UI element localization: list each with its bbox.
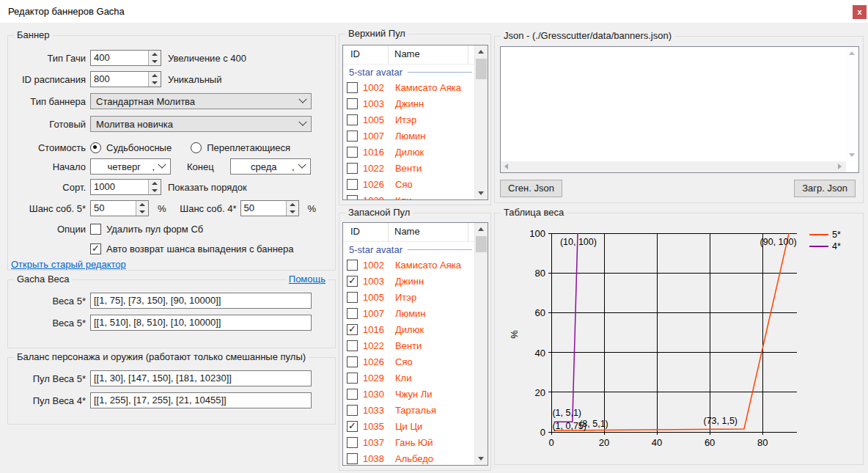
spin-down-icon[interactable] <box>149 79 161 87</box>
item-checkbox[interactable] <box>347 292 358 303</box>
reserve-pool-list[interactable]: ID Name 5-star avatar 1002Камисато Аяка1… <box>342 222 488 466</box>
cost-radio-fate[interactable] <box>90 142 101 153</box>
auto-return-checkbox[interactable] <box>90 243 101 254</box>
sort-spinner[interactable] <box>148 180 161 194</box>
item-checkbox[interactable] <box>347 437 358 448</box>
help-link[interactable]: Помощь <box>287 274 328 285</box>
schedule-id-input[interactable]: 800 <box>90 71 161 87</box>
prefab-select[interactable]: Молитва новичка <box>90 116 312 132</box>
item-checkbox[interactable] <box>347 389 358 400</box>
spin-up-icon[interactable] <box>136 201 148 208</box>
cost-radio-intertwined[interactable] <box>191 142 202 153</box>
scroll-thumb[interactable] <box>476 59 487 79</box>
item-checkbox[interactable] <box>347 340 358 351</box>
list-item[interactable]: 1026Сяо <box>343 354 475 370</box>
pool-weights4-input[interactable]: [[1, 255], [17, 255], [21, 10455]] <box>90 392 312 408</box>
list-item[interactable]: 1037Гань Юй <box>343 435 475 451</box>
json-vscrollbar[interactable] <box>846 47 858 161</box>
item-id: 1029 <box>363 373 384 384</box>
start-day-select[interactable]: четверг , <box>90 158 171 175</box>
spin-up-icon[interactable] <box>149 51 161 58</box>
item-checkbox[interactable] <box>347 147 358 158</box>
item-checkbox[interactable] <box>347 308 358 319</box>
list-item[interactable]: 1003Джинн <box>343 274 475 290</box>
spin-down-icon[interactable] <box>149 58 161 65</box>
list-item[interactable]: 1035Ци Ци <box>343 419 475 435</box>
scroll-down-icon[interactable] <box>846 149 858 161</box>
list-item[interactable]: 1026Сяо <box>343 177 475 193</box>
json-content[interactable] <box>502 48 845 160</box>
item-checkbox[interactable] <box>347 276 358 287</box>
list-item[interactable]: 1007Люмин <box>343 306 475 322</box>
weights5b-input[interactable]: [[1, 510], [8, 510], [10, 10000]] <box>90 315 312 331</box>
item-checkbox[interactable] <box>347 195 358 199</box>
scrollbar[interactable] <box>474 45 488 199</box>
scroll-left-icon[interactable] <box>501 161 512 172</box>
json-hscrollbar[interactable] <box>501 161 846 172</box>
pool-weights5-input[interactable]: [[1, 30], [147, 150], [181, 10230]] <box>90 370 312 386</box>
list-item[interactable]: 1005Итэр <box>343 112 475 128</box>
item-name: Кли <box>395 373 411 384</box>
scroll-thumb[interactable] <box>476 236 487 252</box>
list-item[interactable]: 1002Камисато Аяка <box>343 80 475 96</box>
list-item[interactable]: 1022Венти <box>343 338 475 354</box>
item-checkbox[interactable] <box>347 453 358 464</box>
list-item[interactable]: 1002Камисато Аяка <box>343 257 475 274</box>
gacha-type-spinner[interactable] <box>148 51 161 65</box>
item-checkbox[interactable] <box>347 163 358 174</box>
generate-json-button[interactable]: Сген. Json <box>500 180 562 197</box>
item-checkbox[interactable] <box>347 373 358 384</box>
list-item[interactable]: 1003Джинн <box>343 96 475 112</box>
item-checkbox[interactable] <box>347 260 358 271</box>
item-checkbox[interactable] <box>347 179 358 190</box>
item-checkbox[interactable] <box>347 114 358 125</box>
scroll-right-icon[interactable] <box>834 161 846 172</box>
old-editor-link[interactable]: Открыть старый редактор <box>11 259 126 270</box>
list-item[interactable]: 1030Чжун Ли <box>343 386 475 403</box>
item-checkbox[interactable] <box>347 324 358 335</box>
close-button[interactable]: x <box>853 5 867 19</box>
scroll-up-icon[interactable] <box>475 45 488 58</box>
spin-up-icon[interactable] <box>149 180 161 187</box>
gacha-type-input[interactable]: 400 <box>90 50 161 66</box>
chance4-input[interactable]: 50 <box>240 200 299 216</box>
scroll-up-icon[interactable] <box>475 223 488 235</box>
schedule-id-spinner[interactable] <box>148 72 161 87</box>
list-item[interactable]: 1016Дилюк <box>343 144 475 161</box>
spin-up-icon[interactable] <box>287 201 298 208</box>
sort-input[interactable]: 1000 <box>90 179 161 195</box>
chance4-spinner[interactable] <box>286 201 298 216</box>
remove-pool-checkbox[interactable] <box>90 224 101 235</box>
item-checkbox[interactable] <box>347 131 358 142</box>
item-checkbox[interactable] <box>347 421 358 432</box>
chance5-input[interactable]: 50 <box>90 200 149 216</box>
item-checkbox[interactable] <box>347 82 358 93</box>
list-item[interactable]: 1029Кли <box>343 370 475 386</box>
json-textarea[interactable] <box>500 46 859 173</box>
scroll-down-icon[interactable] <box>475 187 488 199</box>
item-checkbox[interactable] <box>347 98 358 109</box>
spin-down-icon[interactable] <box>287 208 298 216</box>
list-item[interactable]: 1038Альбедо <box>343 451 475 465</box>
scroll-down-icon[interactable] <box>475 452 488 465</box>
banner-type-select[interactable]: Стандартная Молитва <box>90 93 312 109</box>
list-item[interactable]: 1033Тарталья <box>343 403 475 419</box>
item-checkbox[interactable] <box>347 356 358 367</box>
end-day-select[interactable]: среда , <box>230 158 311 175</box>
weights5-input[interactable]: [[1, 75], [73, 150], [90, 10000]] <box>90 293 312 309</box>
list-item[interactable]: 1022Венти <box>343 161 475 177</box>
scrollbar[interactable] <box>474 223 488 465</box>
upper-pool-list[interactable]: ID Name 5-star avatar 1002Камисато Аяка1… <box>342 45 488 200</box>
spin-down-icon[interactable] <box>149 187 161 194</box>
list-item[interactable]: 1016Дилюк <box>343 322 475 338</box>
item-checkbox[interactable] <box>347 405 358 416</box>
spin-down-icon[interactable] <box>136 208 148 216</box>
load-json-button[interactable]: Загр. Json <box>794 180 856 197</box>
list-item[interactable]: 1029Кли <box>343 193 475 199</box>
list-item[interactable]: 1007Люмин <box>343 128 475 144</box>
list-item[interactable]: 1005Итэр <box>343 290 475 306</box>
chance5-spinner[interactable] <box>136 201 148 216</box>
spin-up-icon[interactable] <box>149 72 161 79</box>
reserve-pool-items: 1002Камисато Аяка1003Джинн1005Итэр1007Лю… <box>343 257 475 465</box>
scroll-up-icon[interactable] <box>846 47 858 59</box>
